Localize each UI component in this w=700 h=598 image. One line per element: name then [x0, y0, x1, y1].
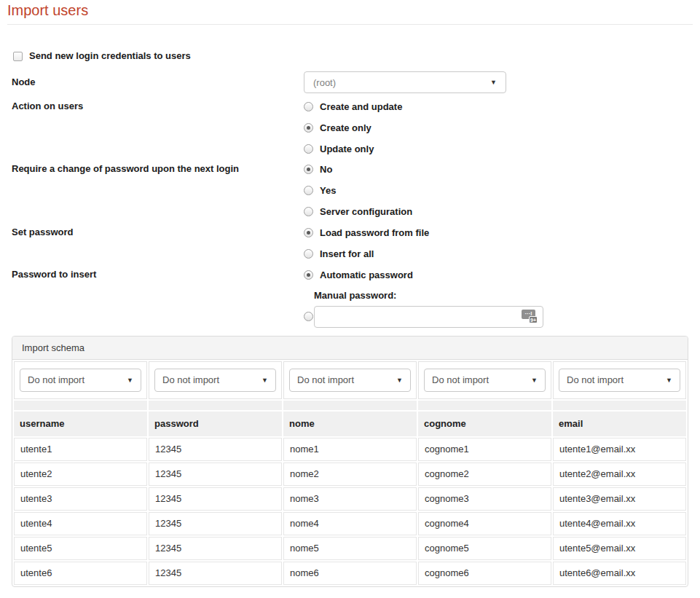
radio-button[interactable] [304, 102, 313, 111]
radio-update-only[interactable]: Update only [304, 138, 402, 160]
table-cell: 12345 [149, 438, 282, 461]
password-to-insert-radio-group: Automatic password [304, 264, 413, 286]
spacer-row [14, 401, 686, 410]
radio-server-configuration[interactable]: Server configuration [304, 201, 412, 222]
table-row: utente4 12345 nome4 cognome4 utente4@ema… [14, 512, 686, 535]
table-cell: utente5 [14, 537, 147, 560]
table-cell: utente1 [14, 438, 147, 461]
radio-label: Insert for all [320, 248, 374, 260]
table-row: utente5 12345 nome5 cognome5 utente5@ema… [14, 537, 686, 560]
select-value: Do not import [28, 374, 84, 386]
table-cell: nome2 [283, 463, 417, 486]
manual-password-field-wrap: ···ǀ 9+ [314, 306, 543, 328]
password-autofill-icon[interactable]: ···ǀ 9+ [522, 310, 538, 323]
radio-button[interactable] [304, 165, 313, 174]
send-credentials-checkbox[interactable] [13, 52, 23, 61]
table-cell: cognome6 [418, 562, 551, 585]
table-cell: nome1 [283, 438, 417, 461]
table-row: utente3 12345 nome3 cognome3 utente3@ema… [14, 487, 686, 511]
table-cell: utente2@email.xx [553, 463, 686, 486]
radio-yes[interactable]: Yes [304, 180, 412, 201]
table-cell: cognome4 [418, 512, 551, 535]
radio-button[interactable] [304, 144, 313, 154]
table-cell: utente5@email.xx [553, 537, 686, 560]
table-row: utente2 12345 nome2 cognome2 utente2@ema… [14, 463, 686, 486]
table-cell: cognome2 [418, 463, 551, 486]
password-to-insert-label: Password to insert [12, 269, 296, 280]
chevron-down-icon: ▼ [261, 374, 268, 386]
column-mapping-select-1[interactable]: Do not import ▼ [20, 369, 141, 392]
password-count-badge: 9+ [529, 316, 538, 323]
node-select-value: (root) [313, 77, 336, 88]
table-row: utente6 12345 nome6 cognome6 utente6@ema… [14, 562, 686, 585]
table-cell: nome6 [283, 562, 417, 585]
column-mapping-select-3[interactable]: Do not import ▼ [289, 369, 411, 392]
table-cell: utente6@email.xx [553, 562, 686, 585]
manual-password-label: Manual password: [314, 290, 396, 302]
title-divider [7, 24, 693, 25]
table-cell: utente2 [14, 463, 147, 486]
select-value: Do not import [432, 374, 489, 386]
chevron-down-icon: ▼ [666, 374, 672, 386]
chevron-down-icon: ▼ [127, 374, 133, 386]
action-on-users-radio-group: Create and update Create only Update onl… [304, 96, 402, 160]
table-cell: nome3 [283, 487, 417, 511]
import-schema-panel: Import schema Do not import ▼ Do not imp… [12, 336, 688, 587]
column-header: cognome [418, 412, 551, 436]
select-value: Do not import [162, 374, 219, 386]
chevron-down-icon: ▼ [396, 374, 403, 386]
radio-label: Update only [320, 143, 374, 155]
radio-load-password-from-file[interactable]: Load password from file [304, 222, 429, 243]
radio-button[interactable] [304, 186, 313, 195]
table-cell: nome5 [283, 537, 417, 560]
chevron-down-icon: ▼ [531, 374, 538, 386]
radio-create-and-update[interactable]: Create and update [304, 96, 402, 117]
send-credentials-label: Send new login credentials to users [29, 50, 191, 62]
table-cell: 12345 [149, 562, 282, 585]
column-mapping-select-2[interactable]: Do not import ▼ [154, 369, 276, 392]
radio-insert-for-all[interactable]: Insert for all [304, 243, 429, 264]
table-cell: 12345 [149, 537, 282, 560]
radio-label: No [320, 164, 332, 176]
radio-button[interactable] [304, 228, 313, 237]
table-cell: utente1@email.xx [553, 438, 686, 461]
column-mapping-select-5[interactable]: Do not import ▼ [559, 369, 680, 392]
table-cell: utente3@email.xx [553, 487, 686, 511]
radio-label: Yes [320, 185, 336, 197]
radio-create-only[interactable]: Create only [304, 117, 402, 138]
radio-button[interactable] [304, 123, 313, 133]
import-schema-title: Import schema [12, 337, 688, 360]
set-password-label: Set password [12, 227, 296, 238]
radio-label: Load password from file [320, 227, 429, 239]
radio-label: Server configuration [320, 206, 412, 218]
table-cell: cognome1 [418, 438, 551, 461]
column-header: password [149, 412, 282, 436]
select-value: Do not import [567, 374, 624, 386]
table-cell: cognome5 [418, 537, 551, 560]
radio-button[interactable] [304, 249, 313, 259]
node-select[interactable]: (root) ▼ [304, 71, 506, 93]
radio-manual-password[interactable] [304, 312, 313, 321]
radio-automatic-password[interactable]: Automatic password [304, 264, 413, 286]
select-value: Do not import [297, 374, 354, 386]
require-change-radio-group: No Yes Server configuration [304, 159, 412, 222]
radio-label: Create and update [320, 101, 402, 113]
chevron-down-icon: ▼ [490, 79, 497, 86]
node-label: Node [12, 76, 296, 88]
column-mapping-select-4[interactable]: Do not import ▼ [424, 369, 546, 392]
column-header: nome [283, 412, 417, 436]
radio-button[interactable] [304, 207, 313, 216]
set-password-radio-group: Load password from file Insert for all [304, 222, 429, 264]
radio-button[interactable] [304, 270, 313, 280]
require-change-label: Require a change of password upon the ne… [12, 163, 296, 175]
table-cell: 12345 [149, 512, 282, 535]
radio-no[interactable]: No [304, 159, 412, 180]
column-header: username [14, 412, 147, 436]
manual-password-input[interactable] [314, 306, 543, 328]
radio-label: Create only [320, 122, 371, 134]
table-header-row: username password nome cognome email [14, 412, 686, 436]
send-credentials-option[interactable]: Send new login credentials to users [13, 50, 191, 62]
import-schema-table: Do not import ▼ Do not import ▼ Do not i… [12, 360, 688, 586]
column-header: email [553, 412, 686, 436]
action-on-users-label: Action on users [12, 101, 296, 112]
